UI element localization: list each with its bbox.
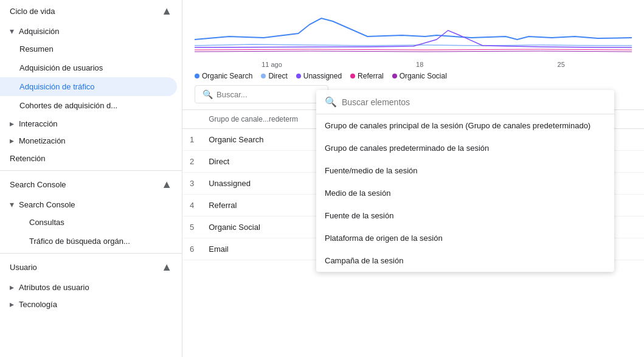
sidebar-item-retencion[interactable]: Retención (0, 149, 177, 168)
chart-axis-label-2: 18 (416, 61, 423, 68)
chart-x-axis: 11 ago 18 25 (195, 60, 632, 68)
dropdown-overlay: 🔍 Grupo de canales principal de la sesió… (316, 90, 614, 272)
dropdown-item[interactable]: Fuente/medio de la sesión (316, 159, 614, 182)
legend-dot-organic-social (392, 74, 397, 78)
sidebar-divider-1 (0, 170, 182, 171)
chart-area: 11 ago 18 25 Organic Search Direct Unass… (182, 0, 644, 79)
dropdown-search-icon: 🔍 (325, 96, 337, 108)
dropdown-search-container: 🔍 (316, 90, 614, 114)
sidebar-item-adquisicion-usuarios[interactable]: Adquisición de usuarios (0, 58, 177, 77)
line-chart (195, 6, 632, 58)
legend-dot-unassigned (296, 74, 301, 78)
sidebar-item-trafico-busqueda[interactable]: Tráfico de búsqueda orgán... (0, 232, 177, 251)
sidebar-group-searchconsole[interactable]: ▾ Search Console (0, 196, 182, 213)
legend-item-direct: Direct (261, 72, 287, 80)
sidebar-item-consultas[interactable]: Consultas (0, 213, 177, 232)
sidebar-section-ciclo[interactable]: Ciclo de vida ▲ (0, 0, 182, 23)
table-col-num (182, 110, 201, 129)
dropdown-item[interactable]: Campaña de la sesión (316, 249, 614, 272)
legend-label-unassigned: Unassigned (303, 72, 342, 80)
row-number: 6 (182, 238, 201, 260)
legend-item-referral: Referral (350, 72, 384, 80)
sidebar-section-searchconsole[interactable]: Search Console ▲ (0, 173, 182, 196)
sidebar-group-interaccion-label: Interacción (19, 119, 58, 128)
search-input[interactable] (216, 90, 314, 99)
sidebar-group-adquisicion[interactable]: ▾ Adquisición (0, 23, 182, 40)
sidebar-group-adquisicion-label: Adquisición (19, 27, 60, 36)
row-number: 5 (182, 217, 201, 238)
sidebar-item-cohortes[interactable]: Cohortes de adquisición d... (0, 96, 177, 115)
dropdown-item[interactable]: Fuente de la sesión (316, 204, 614, 227)
legend-dot-referral (350, 74, 355, 78)
legend-dot-organic-search (195, 74, 199, 78)
dropdown-item[interactable]: Grupo de canales predeterminado de la se… (316, 137, 614, 159)
arrow-right-icon-tecnologia: ▸ (10, 299, 14, 309)
arrow-right-icon-interaccion: ▸ (10, 119, 14, 128)
sidebar-group-tecnologia-label: Tecnología (19, 300, 57, 309)
sidebar-group-monetizacion[interactable]: ▸ Monetización (0, 132, 182, 149)
legend-item-organic-search: Organic Search (195, 72, 252, 80)
sidebar-group-searchconsole-label: Search Console (19, 200, 75, 209)
row-number: 1 (182, 129, 201, 151)
sidebar-group-atributos[interactable]: ▸ Atributos de usuario (0, 279, 182, 296)
chart-legend: Organic Search Direct Unassigned Referra… (195, 68, 632, 80)
chevron-up-icon-sc: ▲ (161, 178, 172, 191)
dropdown-item[interactable]: Plataforma de origen de la sesión (316, 227, 614, 249)
search-bar-container[interactable]: 🔍 (195, 85, 328, 103)
sidebar-group-interaccion[interactable]: ▸ Interacción (0, 115, 182, 132)
sidebar-section-searchconsole-label: Search Console (10, 180, 66, 189)
arrow-down-icon-sc: ▾ (10, 199, 14, 209)
chevron-up-icon: ▲ (161, 5, 172, 18)
arrow-right-icon-atributos: ▸ (10, 282, 14, 292)
row-number: 3 (182, 173, 201, 195)
dropdown-search-input[interactable] (342, 97, 606, 107)
main-content: 11 ago 18 25 Organic Search Direct Unass… (182, 0, 644, 357)
legend-label-referral: Referral (358, 72, 384, 80)
sidebar-item-resumen[interactable]: Resumen (0, 40, 177, 58)
legend-label-organic-social: Organic Social (400, 72, 447, 80)
sidebar-group-tecnologia[interactable]: ▸ Tecnología (0, 296, 182, 313)
sidebar-group-monetizacion-label: Monetización (19, 136, 66, 145)
dropdown-items-container: Grupo de canales principal de la sesión … (316, 114, 614, 272)
chevron-up-icon-usuario: ▲ (161, 261, 172, 274)
row-number: 4 (182, 195, 201, 217)
sidebar-group-atributos-label: Atributos de usuario (19, 283, 89, 292)
legend-dot-direct (261, 74, 266, 78)
sidebar-section-ciclo-label: Ciclo de vida (10, 7, 55, 16)
chart-axis-label-1: 11 ago (261, 61, 282, 68)
row-number: 2 (182, 151, 201, 173)
sidebar-section-usuario[interactable]: Usuario ▲ (0, 256, 182, 279)
sidebar: Ciclo de vida ▲ ▾ Adquisición Resumen Ad… (0, 0, 182, 357)
search-icon: 🔍 (203, 89, 213, 99)
legend-item-organic-social: Organic Social (392, 72, 447, 80)
dropdown-item[interactable]: Grupo de canales principal de la sesión … (316, 114, 614, 137)
chart-axis-label-3: 25 (558, 61, 565, 68)
dropdown-item[interactable]: Medio de la sesión (316, 182, 614, 204)
sidebar-divider-2 (0, 253, 182, 254)
arrow-right-icon-monetizacion: ▸ (10, 136, 14, 145)
legend-label-organic-search: Organic Search (202, 72, 252, 80)
legend-item-unassigned: Unassigned (296, 72, 342, 80)
arrow-down-icon: ▾ (10, 26, 14, 36)
legend-label-direct: Direct (268, 72, 287, 80)
sidebar-section-usuario-label: Usuario (10, 263, 37, 272)
sidebar-item-adquisicion-trafico[interactable]: Adquisición de tráfico (0, 77, 177, 96)
